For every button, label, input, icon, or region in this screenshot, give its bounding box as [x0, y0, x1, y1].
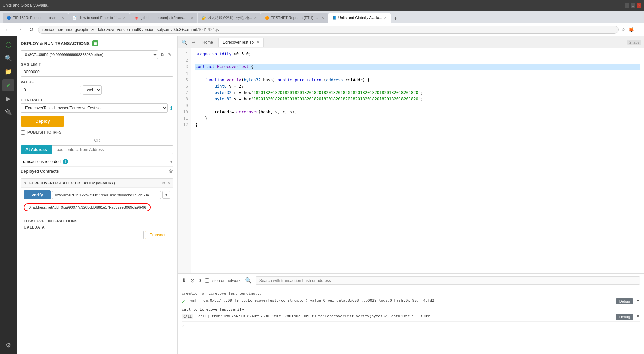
- value-input[interactable]: [21, 86, 81, 94]
- tab-label-0: EIP 1820: Pseudo-introspε...: [13, 16, 59, 20]
- code-line-3: contract EcrecoverTest {: [195, 64, 640, 70]
- expand-btn-2[interactable]: ▼: [636, 314, 640, 319]
- deploy-btn[interactable]: Deploy: [21, 116, 64, 127]
- contract-select-wrap: EcrecoverTest - browser/EcrecoverTest.so…: [21, 103, 173, 113]
- gas-limit-input[interactable]: [21, 68, 173, 77]
- pending-text: creation of EcrecoverTest pending...: [182, 290, 640, 297]
- remix-icon-plugin[interactable]: 🔌: [2, 106, 14, 118]
- edit-account-btn[interactable]: ✎: [167, 51, 173, 58]
- publish-checkbox[interactable]: [21, 130, 25, 135]
- transactions-badge: 1: [63, 159, 68, 164]
- remix-icon-search[interactable]: 🔍: [2, 52, 14, 64]
- tab-home-label: Home: [202, 40, 213, 45]
- right-panel: 🔍 ↩ Home EcrecoverTest.sol ✕ 2 tabs 1 2 …: [178, 36, 644, 354]
- code-line-5: function verify(bytes32 hash) public pur…: [195, 77, 640, 83]
- trash-btn[interactable]: 🗑: [169, 169, 173, 174]
- tab-close-3[interactable]: ✕: [254, 16, 257, 20]
- line-num-11: 11: [180, 115, 188, 122]
- remix-icon-files[interactable]: 📁: [2, 66, 14, 78]
- back-btn[interactable]: ←: [3, 26, 12, 33]
- verify-dropdown-btn[interactable]: ▼: [162, 191, 170, 199]
- listen-label: listen on network: [211, 278, 241, 283]
- transactions-section[interactable]: Transactions recorded 1 ▼: [21, 157, 173, 166]
- main-layout: ⬡ 🔍 📁 ✔ ▶ 🔌 ⚙ DEPLOY & RUN TRANSACTIONS …: [0, 36, 644, 354]
- close-contract-btn[interactable]: ✕: [167, 181, 170, 185]
- contract-instance-name: ECRECOVERTEST AT 0X1CB...A17C2 (MEMORY): [29, 181, 115, 185]
- tab-close-1[interactable]: ✕: [123, 16, 126, 20]
- close-btn[interactable]: ✕: [637, 3, 641, 8]
- refresh-btn[interactable]: ↻: [27, 26, 35, 33]
- calldata-input[interactable]: [24, 231, 144, 239]
- collapse-icon[interactable]: ▼: [24, 181, 27, 185]
- listen-checkbox[interactable]: [205, 278, 209, 283]
- contract-instance-header: ▼ ECRECOVERTEST AT 0X1CB...A17C2 (MEMORY…: [21, 179, 173, 188]
- editor-search-icon[interactable]: 🔍: [180, 40, 189, 45]
- or-divider: OR: [21, 138, 173, 143]
- browser-tab-1[interactable]: 📄 How to send Ether to 11... ✕: [68, 13, 130, 23]
- remix-icon-compile[interactable]: ✔: [2, 79, 14, 91]
- clear-icon[interactable]: ⊘: [190, 277, 195, 284]
- forward-btn[interactable]: →: [15, 26, 24, 33]
- remix-icon-logo[interactable]: ⬡: [2, 39, 14, 51]
- browser-tab-3[interactable]: 🔐 以太坊账户私钥, 公钥, 地... ✕: [198, 13, 260, 23]
- calldata-row: Transact: [24, 231, 170, 239]
- code-line-10: retAddr= ecrecover(hash, v, r, s);: [195, 109, 640, 115]
- contract-info-btn[interactable]: ℹ: [169, 105, 173, 111]
- at-address-row: At Address: [21, 145, 173, 154]
- copy-contract-btn[interactable]: ⧉: [162, 181, 165, 185]
- title-bar-left: Units and Globally Availa...: [3, 3, 51, 8]
- window-controls[interactable]: — □ ✕: [625, 3, 641, 8]
- remix-sidebar: ⬡ 🔍 📁 ✔ ▶ 🔌 ⚙: [0, 36, 17, 354]
- menu-icon[interactable]: ⋮: [637, 27, 641, 32]
- browser-tab-0[interactable]: 🔵 EIP 1820: Pseudo-introspε... ✕: [3, 13, 68, 23]
- bookmark-icon[interactable]: ☆: [621, 27, 626, 32]
- tab-home[interactable]: Home: [198, 38, 217, 47]
- browser-tab-5[interactable]: 📘 Units and Globally Availa... ✕: [328, 13, 391, 23]
- debug-btn-1[interactable]: Debug: [616, 298, 633, 304]
- unit-select[interactable]: wei: [83, 85, 102, 95]
- tab-close-2[interactable]: ✕: [191, 16, 193, 20]
- account-select[interactable]: 0x8C7...09fF9 (99.999999999998333989 eth…: [21, 50, 158, 59]
- at-address-btn[interactable]: At Address: [21, 145, 52, 154]
- search-box[interactable]: [256, 276, 640, 285]
- line-num-4: 4: [180, 70, 188, 77]
- debug-btn-2[interactable]: Debug: [616, 314, 633, 320]
- code-line-8: bytes32 s = hex"182018201820182018201820…: [195, 96, 640, 102]
- publish-row: PUBLISH TO IPFS: [21, 130, 173, 135]
- contract-select[interactable]: EcrecoverTest - browser/EcrecoverTest.so…: [21, 103, 168, 113]
- browser-tab-4[interactable]: 🟠 TESTNET Ropsten (ETH) B... ✕: [261, 13, 328, 23]
- transact-btn[interactable]: Transact: [145, 231, 170, 239]
- log-entry-2: CALL [call] from:0x8C7aA71B18240f9763DF0…: [182, 313, 640, 322]
- low-level-section: Low level interactions CALLDATA Transact: [24, 216, 170, 239]
- tab-close-5[interactable]: ✕: [384, 16, 387, 20]
- new-tab-btn[interactable]: +: [391, 16, 400, 23]
- code-line-11: }: [195, 115, 640, 122]
- minimize-btn[interactable]: —: [625, 3, 629, 8]
- extension-icon-1[interactable]: 🦊: [628, 27, 634, 32]
- remix-icon-settings[interactable]: ⚙: [2, 339, 14, 351]
- tab-close-0[interactable]: ✕: [61, 16, 64, 20]
- verify-btn[interactable]: verify: [24, 190, 51, 199]
- editor-undo-icon[interactable]: ↩: [190, 40, 197, 45]
- tab-file[interactable]: EcrecoverTest.sol ✕: [218, 38, 264, 47]
- url-input[interactable]: [38, 26, 619, 34]
- contract-label: CONTRACT: [21, 98, 173, 102]
- tab-close-4[interactable]: ✕: [321, 16, 324, 20]
- browser-tab-2[interactable]: 🐙 github ethereumjs-tx/transaction... ✕: [130, 13, 197, 23]
- copy-account-btn[interactable]: ⧉: [159, 51, 165, 58]
- maximize-btn[interactable]: □: [631, 3, 635, 8]
- verify-input[interactable]: [52, 191, 161, 199]
- expand-btn-1[interactable]: ▼: [636, 298, 640, 303]
- gas-limit-field: GAS LIMIT: [21, 62, 173, 77]
- search-log-icon[interactable]: 🔍: [245, 277, 252, 284]
- deployed-contracts-section[interactable]: Deployed Contracts 🗑: [21, 166, 173, 176]
- at-address-input[interactable]: [52, 145, 173, 154]
- address-bar-icons: ☆ 🦊 ⋮: [621, 27, 641, 32]
- download-icon[interactable]: ⬇: [182, 277, 186, 284]
- remix-icon-run[interactable]: ▶: [2, 93, 14, 105]
- log-arrow[interactable]: ›: [182, 323, 184, 328]
- result-label: 0: address: retAddr: [29, 205, 60, 209]
- log-content: creation of EcrecoverTest pending... ✔ […: [178, 287, 644, 354]
- value-field: VALUE wei: [21, 80, 173, 95]
- tab-file-close[interactable]: ✕: [257, 40, 259, 44]
